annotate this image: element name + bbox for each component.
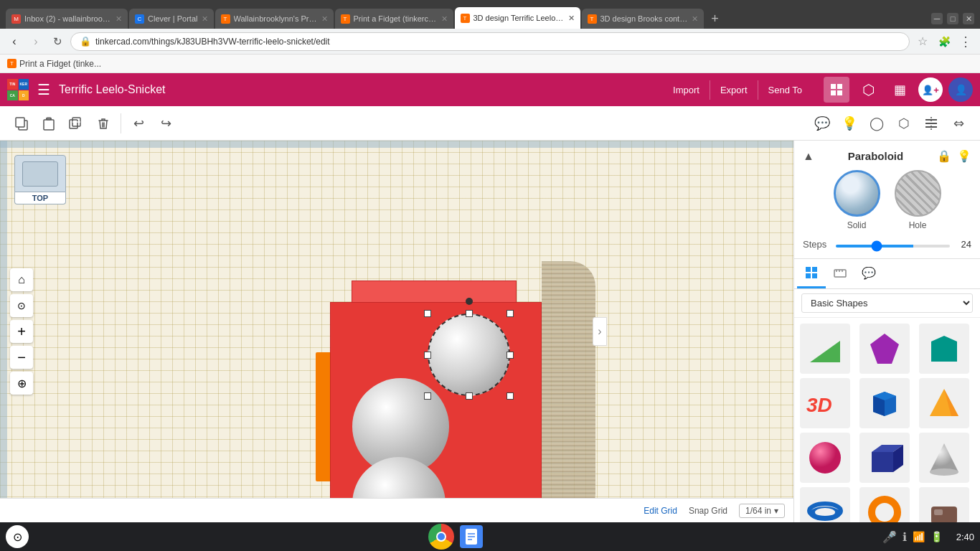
taskbar-chrome-icon[interactable] <box>428 524 454 550</box>
window-close[interactable]: ✕ <box>963 13 974 24</box>
shape-thumb-brown[interactable] <box>919 487 969 522</box>
selected-paraboloid[interactable] <box>428 314 510 396</box>
wifi-icon[interactable]: 📶 <box>913 531 925 542</box>
panel-toggle-arrow[interactable]: ▲ <box>803 150 814 163</box>
lock-shape-icon[interactable]: 🔒 <box>937 149 951 163</box>
handle-top-arrow[interactable] <box>466 298 473 305</box>
red-main-box[interactable] <box>330 302 542 514</box>
bookmark-star[interactable]: ☆ <box>914 33 931 50</box>
microphone-icon[interactable]: 🎤 <box>882 530 897 544</box>
view-grid-btn[interactable] <box>824 77 849 103</box>
hole-option[interactable]: Hole <box>895 170 941 230</box>
home-view-btn[interactable]: ⌂ <box>10 268 33 291</box>
handle-br[interactable] <box>507 392 514 400</box>
lib-tab-chat[interactable]: 💬 <box>854 260 883 288</box>
shapes-category-dropdown[interactable]: Basic Shapes <box>801 293 973 313</box>
action-buttons: Import Export Send To <box>663 80 812 100</box>
edit-grid-btn[interactable]: Edit Grid <box>644 506 677 516</box>
shape-thumb-blue-box[interactable] <box>859 378 910 428</box>
fit-view-btn[interactable]: ⊙ <box>10 294 33 317</box>
browser-tab-3[interactable]: T Wallainbrooklynn's Proj... ✕ <box>215 9 334 29</box>
copy-button[interactable] <box>9 110 34 136</box>
toolbar-separator-1 <box>121 113 121 133</box>
redo-button[interactable]: ↪ <box>153 110 179 136</box>
handle-tm[interactable] <box>466 310 473 317</box>
taskbar-docs-icon[interactable] <box>460 525 483 548</box>
paste-button[interactable] <box>36 110 62 136</box>
battery-icon[interactable]: 🔋 <box>930 531 943 542</box>
nav-back[interactable]: ‹ <box>6 33 23 50</box>
comment-button[interactable]: 💬 <box>809 110 835 136</box>
handle-tr[interactable] <box>507 310 514 317</box>
shape-thumb-teal[interactable] <box>919 324 969 374</box>
handle-tl[interactable] <box>424 310 431 317</box>
lib-tab-grid[interactable] <box>797 260 826 288</box>
new-tab-button[interactable]: + <box>705 9 725 29</box>
handle-bl[interactable] <box>424 392 431 400</box>
browser-tab-5[interactable]: T 3D design Terrific Leelo-... ✕ <box>455 7 580 29</box>
view-3d-btn[interactable]: ⬡ <box>855 77 881 103</box>
undo-button[interactable]: ↩ <box>126 110 151 136</box>
shape-thumb-green-wedge[interactable] <box>800 324 850 374</box>
tab6-close[interactable]: ✕ <box>692 14 698 24</box>
zoom-in-btn[interactable]: + <box>10 320 33 343</box>
app-container: TIN KER CA D ☰ Terrific Leelo-Snicket Im… <box>0 73 980 522</box>
shape-select[interactable]: ◯ <box>864 110 890 136</box>
tab3-close[interactable]: ✕ <box>321 14 328 24</box>
import-button[interactable]: Import <box>663 80 710 100</box>
user-avatar[interactable]: 👤 <box>948 77 973 102</box>
solid-option[interactable]: Solid <box>834 170 880 230</box>
steps-slider[interactable] <box>836 245 950 248</box>
window-minimize[interactable]: ─ <box>931 13 943 24</box>
zoom-out-btn[interactable]: − <box>10 346 33 369</box>
canvas-area[interactable]: TOP ⌂ ⊙ + − ⊕ <box>0 141 793 522</box>
browser-chrome: M Inbox (2) - wallainbrook... ✕ C Clever… <box>0 0 980 29</box>
export-button[interactable]: Export <box>710 80 758 100</box>
tab1-close[interactable]: ✕ <box>116 14 122 24</box>
tab5-close[interactable]: ✕ <box>568 14 575 23</box>
tab2-close[interactable]: ✕ <box>202 14 208 24</box>
info-icon[interactable]: ℹ <box>903 530 907 544</box>
nav-reload[interactable]: ↻ <box>49 33 66 50</box>
handle-bm[interactable] <box>466 392 473 400</box>
window-maximize[interactable]: □ <box>947 13 958 24</box>
panel-right-arrow[interactable]: › <box>593 317 607 346</box>
lib-tab-ruler[interactable] <box>826 260 854 288</box>
bookmark-print-fidget[interactable]: T Print a Fidget (tinke... <box>7 59 101 69</box>
shape-thumb-magenta-sphere[interactable] <box>800 433 850 483</box>
nav-forward[interactable]: › <box>27 33 44 50</box>
duplicate-button[interactable] <box>63 110 89 136</box>
shape-thumb-gray-cone[interactable] <box>919 433 969 483</box>
shape-thumb-torus-blue[interactable] <box>800 487 850 522</box>
snap-grid-value[interactable]: 1/64 in ▾ <box>739 504 785 518</box>
taskbar-start-btn[interactable]: ⊙ <box>6 525 29 548</box>
address-field[interactable]: 🔒 tinkercad.com/things/kJ83UBHh3VW-terri… <box>70 32 910 51</box>
light-button[interactable]: 💡 <box>837 110 862 136</box>
shape-thumb-red-text[interactable]: 3D <box>800 378 850 428</box>
handle-mr[interactable] <box>507 352 514 359</box>
browser-tab-4[interactable]: T Print a Fidget (tinkercad... ✕ <box>335 9 453 29</box>
extensions-btn[interactable]: 🧩 <box>936 33 953 50</box>
shape-thumb-purple-gem[interactable] <box>859 324 910 374</box>
hamburger-button[interactable]: ☰ <box>34 81 53 98</box>
align-button[interactable] <box>918 110 944 136</box>
shape-thumb-torus-orange[interactable] <box>859 487 910 522</box>
group-button[interactable]: ⬡ <box>891 110 917 136</box>
view-list-btn[interactable]: ▦ <box>887 77 913 103</box>
send-to-button[interactable]: Send To <box>758 80 812 100</box>
shape-thumb-yellow-pyramid[interactable] <box>919 378 969 428</box>
orient-btn[interactable]: ⊕ <box>10 372 33 395</box>
browser-tab-1[interactable]: M Inbox (2) - wallainbrook... ✕ <box>6 9 128 29</box>
delete-button[interactable] <box>90 110 116 136</box>
browser-tab-6[interactable]: T 3D design Brooks conte... ✕ <box>582 9 704 29</box>
handle-ml[interactable] <box>424 352 431 359</box>
tinkercad-logo[interactable]: TIN KER CA D <box>7 79 29 100</box>
tab4-close[interactable]: ✕ <box>441 14 448 24</box>
mirror-button[interactable]: ⇔ <box>946 110 971 136</box>
browser-menu[interactable]: ⋮ <box>957 33 974 50</box>
user-add-button[interactable]: 👤+ <box>918 77 943 102</box>
browser-tab-2[interactable]: C Clever | Portal ✕ <box>129 9 214 29</box>
svg-rect-32 <box>872 452 893 472</box>
light-shape-icon[interactable]: 💡 <box>957 149 971 163</box>
shape-thumb-blue-cube[interactable] <box>859 433 910 483</box>
